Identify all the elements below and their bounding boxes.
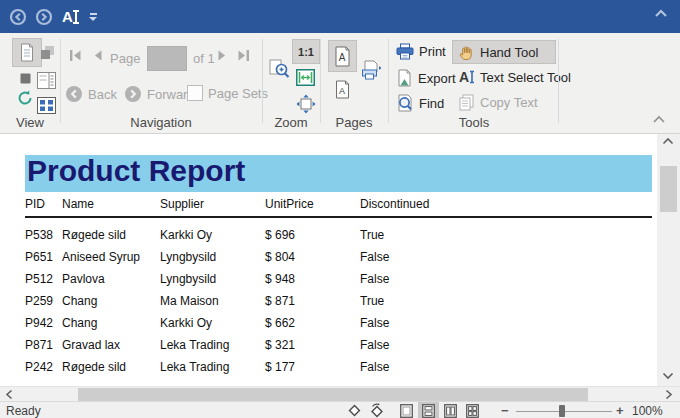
table-cell: Røgede sild xyxy=(62,360,160,374)
table-row: P242Røgede sildLeka Trading$ 177False xyxy=(25,356,652,378)
copy-text-label: Copy Text xyxy=(480,95,538,110)
scroll-down-button[interactable] xyxy=(662,372,674,380)
zoom-page-width-button[interactable] xyxy=(294,66,317,89)
layered-pages-icon xyxy=(39,44,56,61)
text-select-quick-button[interactable]: A xyxy=(60,7,79,26)
group-separator xyxy=(320,39,321,123)
svg-text:A: A xyxy=(338,85,344,95)
diamond-marker-button[interactable] xyxy=(347,403,362,418)
previous-page-button[interactable] xyxy=(92,48,104,63)
find-label: Find xyxy=(419,96,444,111)
copy-text-button[interactable]: Copy Text xyxy=(458,94,538,111)
ribbon-collapse-button[interactable] xyxy=(652,115,666,124)
horizontal-scrollbar[interactable] xyxy=(0,386,680,402)
single-page-button[interactable]: A xyxy=(328,40,357,72)
thumbnails-grid-icon xyxy=(37,97,56,114)
zoom-in-button[interactable]: + xyxy=(616,403,624,418)
table-row: P651Aniseed SyrupLyngbysild$ 804False xyxy=(25,246,652,268)
zoom-group-label: Zoom xyxy=(262,115,320,130)
multi-page-view-button[interactable] xyxy=(462,402,483,418)
last-page-button[interactable] xyxy=(236,48,251,63)
multiple-pages-button[interactable]: A xyxy=(331,76,353,102)
table-cell: $ 177 xyxy=(265,360,360,374)
report-table-body: P538Røgede sildKarkki Oy$ 696TrueP651Ani… xyxy=(25,224,652,378)
vertical-scrollbar[interactable] xyxy=(657,134,680,386)
first-page-button[interactable] xyxy=(68,48,83,63)
text-select-tool-button[interactable]: A Text Select Tool xyxy=(458,69,571,85)
table-cell: $ 871 xyxy=(265,294,360,308)
scroll-left-button[interactable] xyxy=(5,389,13,400)
page-number-input[interactable] xyxy=(147,46,187,71)
table-cell: P538 xyxy=(25,228,62,242)
table-cell: P651 xyxy=(25,250,62,264)
table-cell: Røgede sild xyxy=(62,228,160,242)
table-cell: Pavlova xyxy=(62,272,160,286)
diamond-rotate-marker-button[interactable] xyxy=(369,403,385,418)
zoom-percent-label: 100% xyxy=(632,404,663,418)
export-button[interactable]: Export xyxy=(396,69,456,87)
titlebar: A xyxy=(0,0,680,33)
stop-button[interactable] xyxy=(18,71,32,85)
hand-tool-button[interactable]: Hand Tool xyxy=(452,40,556,64)
zoom-slider-thumb[interactable] xyxy=(559,405,565,417)
group-separator xyxy=(262,39,263,123)
vertical-scroll-thumb[interactable] xyxy=(660,166,677,212)
continuous-view-button[interactable] xyxy=(418,402,439,418)
history-back-button[interactable]: Back xyxy=(65,85,117,103)
two-page-view-button[interactable] xyxy=(440,402,461,418)
svg-text:A: A xyxy=(459,69,469,85)
document-map-button[interactable] xyxy=(35,69,58,92)
customize-quick-access-dropdown[interactable] xyxy=(89,13,97,21)
scroll-up-button[interactable] xyxy=(662,137,674,145)
circle-arrow-right-icon xyxy=(35,8,53,26)
table-cell: P259 xyxy=(25,294,62,308)
scroll-right-button[interactable] xyxy=(665,389,673,400)
table-cell: False xyxy=(360,272,652,286)
ribbon: View Page of 1 Back Forward Page Sets xyxy=(0,33,680,134)
table-cell: P871 xyxy=(25,338,62,352)
refresh-button[interactable] xyxy=(14,87,36,109)
next-page-button[interactable] xyxy=(216,48,228,63)
pages-group-label: Pages xyxy=(322,115,386,130)
zoom-actual-size-button[interactable]: 1:1 xyxy=(292,39,320,64)
copy-icon xyxy=(458,94,475,111)
circle-forward-icon xyxy=(124,85,142,103)
zoom-button[interactable] xyxy=(266,56,292,82)
history-forward-button[interactable]: Forward xyxy=(124,85,195,103)
statusbar: Ready − + 100% xyxy=(0,401,680,418)
table-cell: Lyngbysild xyxy=(160,272,265,286)
print-label: Print xyxy=(419,44,446,59)
horizontal-scroll-thumb[interactable] xyxy=(78,388,588,401)
continuous-layout-icon xyxy=(422,404,435,418)
zoom-out-button[interactable]: − xyxy=(501,403,509,418)
diamond-rotate-icon xyxy=(369,403,385,418)
multi-page-layout-icon xyxy=(466,404,479,418)
table-row: P259ChangMa Maison$ 871True xyxy=(25,290,652,312)
table-cell: $ 696 xyxy=(265,228,360,242)
previous-page-icon xyxy=(92,48,104,63)
document-map-icon xyxy=(37,72,56,89)
table-cell: False xyxy=(360,360,652,374)
column-header: UnitPrice xyxy=(265,197,360,211)
table-cell: P512 xyxy=(25,272,62,286)
chevron-up-icon xyxy=(652,115,666,124)
page-sets-checkbox[interactable]: Page Sets xyxy=(187,85,268,101)
document-preview-area[interactable]: Product Report PIDNameSupplierUnitPriceD… xyxy=(0,134,680,386)
table-cell: $ 321 xyxy=(265,338,360,352)
find-icon xyxy=(396,94,414,112)
titlebar-collapse-button[interactable] xyxy=(654,9,668,18)
single-page-view-button[interactable] xyxy=(396,402,417,418)
table-cell: Leka Trading xyxy=(160,360,265,374)
table-cell: True xyxy=(360,228,652,242)
zoom-whole-page-button[interactable] xyxy=(294,92,317,115)
page-setup-button[interactable] xyxy=(358,57,384,83)
table-cell: Ma Maison xyxy=(160,294,265,308)
page-label: Page xyxy=(110,51,140,66)
back-button[interactable] xyxy=(8,7,27,26)
drill-through-button[interactable] xyxy=(36,41,58,63)
report-title: Product Report xyxy=(27,154,245,188)
print-button[interactable]: Print xyxy=(396,43,446,60)
thumbnails-button[interactable] xyxy=(35,95,58,116)
forward-button[interactable] xyxy=(34,7,53,26)
find-button[interactable]: Find xyxy=(396,94,444,112)
